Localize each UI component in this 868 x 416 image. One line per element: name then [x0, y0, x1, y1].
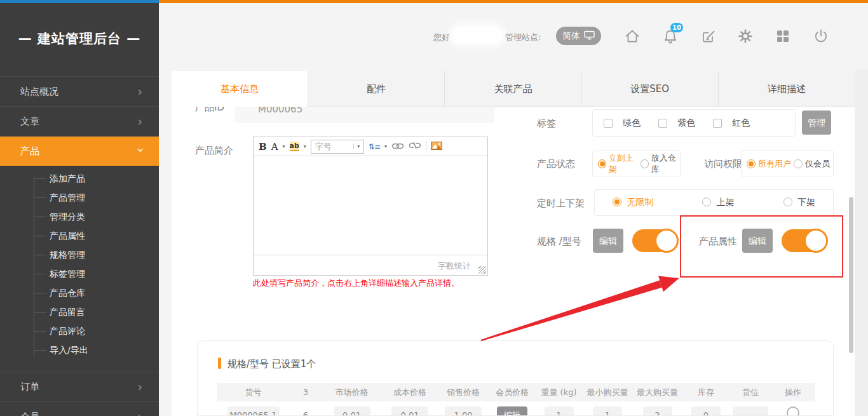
- market-price-field[interactable]: 0.01: [334, 406, 370, 416]
- checkbox-green[interactable]: [604, 119, 613, 128]
- location-field[interactable]: [733, 406, 768, 416]
- rich-text-editor: B A ▾ ab ▾ 字号 ▾ ⇅≡ ▾: [253, 137, 488, 276]
- spec-model-label: 规格 /型号: [537, 236, 581, 248]
- product-intro-label: 产品简介: [195, 145, 233, 157]
- cost-price-field[interactable]: 0.01: [391, 406, 428, 416]
- sidebar-item-articles[interactable]: 文章 ›: [0, 106, 159, 136]
- highlight-caret-icon[interactable]: ▾: [304, 144, 306, 149]
- submenu-item-tag-manage[interactable]: 标签管理: [0, 264, 159, 283]
- gear-icon[interactable]: [736, 27, 754, 45]
- row-action-icon[interactable]: [787, 406, 799, 416]
- radio-shelf-down[interactable]: [783, 198, 792, 206]
- editor-toolbar: B A ▾ ab ▾ 字号 ▾ ⇅≡ ▾: [254, 137, 487, 156]
- submenu-item-spec-manage[interactable]: 规格管理: [0, 245, 159, 264]
- notification-badge: 10: [670, 23, 683, 32]
- product-status-box: 立刻上架 放入仓库: [592, 151, 681, 177]
- radio-shelf-up[interactable]: [702, 198, 711, 206]
- tags-label: 标签: [537, 117, 556, 130]
- editor-body[interactable]: [254, 156, 487, 255]
- tag-option-green: 绿色: [623, 117, 641, 129]
- font-size-select[interactable]: 字号 ▾: [311, 140, 364, 154]
- compose-icon[interactable]: [700, 27, 717, 45]
- tab-detail-desc[interactable]: 详细描述: [718, 71, 855, 107]
- admin-page: — 建站管理后台 — 站点概况 › 文章 › 产品 › 添加产品 产品管理 管理…: [0, 0, 868, 416]
- unlink-icon[interactable]: [409, 140, 421, 152]
- image-icon[interactable]: [431, 140, 442, 152]
- spec-section-card: 规格/型号 已设置1个 货号 3 市场价格 成本价格 销售价格 会员价格 重量 …: [197, 340, 834, 416]
- bell-icon[interactable]: 10: [661, 27, 679, 45]
- resize-grip[interactable]: [478, 266, 486, 274]
- sidebar-item-products[interactable]: 产品 ›: [0, 136, 159, 166]
- submenu-item-messages[interactable]: 产品留言: [0, 302, 159, 321]
- toggle-knob: [654, 229, 679, 253]
- line-height-caret-icon[interactable]: ▾: [384, 144, 387, 149]
- col-weight: 重量 (kg): [536, 383, 582, 401]
- annotation-rectangle: [680, 215, 843, 278]
- font-size-caret-icon: ▾: [353, 144, 363, 149]
- radio-on-shelf[interactable]: [598, 159, 606, 168]
- redacted-username: [452, 27, 502, 43]
- chevron-right-icon: ›: [137, 372, 142, 402]
- tab-basic-info[interactable]: 基本信息: [172, 71, 308, 107]
- checkbox-purple[interactable]: [658, 119, 667, 128]
- min-buy-field[interactable]: 1: [593, 406, 622, 416]
- col-item-no: 货号: [217, 383, 290, 401]
- tag-option-red: 红色: [732, 117, 750, 129]
- sidebar-item-orders[interactable]: 订单 ›: [0, 372, 159, 401]
- submenu-item-reviews[interactable]: 产品评论: [0, 321, 159, 340]
- manage-tags-button[interactable]: 管理: [802, 111, 831, 135]
- home-icon[interactable]: [623, 27, 641, 45]
- col-min-buy: 最小购买量: [582, 383, 633, 401]
- tags-box: 绿色 紫色 红色: [592, 109, 796, 137]
- item-no-field[interactable]: M000065-1: [227, 406, 280, 416]
- product-status-label: 产品状态: [537, 158, 575, 170]
- submenu-item-warehouse[interactable]: 产品仓库: [0, 283, 159, 302]
- spec-table-row: M000065-1 6 0.01 0.01 1.00 编辑 1 1 2 0: [217, 406, 815, 416]
- tab-accessories[interactable]: 配件: [308, 71, 444, 107]
- tab-related-products[interactable]: 关联产品: [444, 71, 581, 107]
- col-market-price: 市场价格: [322, 383, 382, 401]
- member-price-edit-button[interactable]: 编辑: [497, 406, 527, 416]
- submenu-item-category-manage[interactable]: 管理分类: [0, 207, 159, 226]
- power-icon[interactable]: [812, 27, 830, 45]
- line-height-icon[interactable]: ⇅≡: [369, 142, 380, 151]
- schedule-option-up: 上架: [702, 197, 734, 208]
- tab-seo[interactable]: 设置SEO: [581, 71, 718, 107]
- stock-field[interactable]: 0: [691, 406, 721, 416]
- status-option-warehouse: 放入仓库: [651, 152, 681, 175]
- bold-icon[interactable]: B: [259, 141, 267, 152]
- link-icon[interactable]: [391, 140, 404, 152]
- submenu-item-add-product[interactable]: 添加产品: [0, 169, 159, 188]
- scrollbar-thumb[interactable]: [849, 197, 853, 353]
- radio-all-users[interactable]: [747, 159, 756, 168]
- sale-price-field[interactable]: 1.00: [445, 406, 482, 416]
- tag-option-purple: 紫色: [677, 117, 695, 129]
- spec-edit-button[interactable]: 编辑: [593, 229, 623, 253]
- sidebar-item-label: 会员: [20, 411, 39, 416]
- spec-table-header: 货号 3 市场价格 成本价格 销售价格 会员价格 重量 (kg) 最小购买量 最…: [217, 383, 815, 401]
- highlight-icon[interactable]: ab: [290, 142, 299, 151]
- language-switch-button[interactable]: 简体: [556, 27, 601, 45]
- apps-icon[interactable]: [774, 27, 792, 45]
- col-cost-price: 成本价格: [382, 383, 438, 401]
- chevron-right-icon: ›: [137, 77, 142, 107]
- sidebar-item-site-overview[interactable]: 站点概况 ›: [0, 76, 159, 106]
- weight-field[interactable]: 1: [545, 406, 574, 416]
- radio-to-warehouse[interactable]: [641, 159, 649, 168]
- submenu-item-product-manage[interactable]: 产品管理: [0, 188, 159, 207]
- chevron-right-icon: ›: [137, 402, 142, 416]
- radio-members-only[interactable]: [794, 159, 803, 168]
- tab-bar: 基本信息 配件 关联产品 设置SEO 详细描述: [172, 71, 855, 107]
- checkbox-red[interactable]: [713, 119, 722, 128]
- toolbar-divider: [426, 141, 426, 152]
- radio-unlimited[interactable]: [613, 198, 621, 206]
- sidebar: — 建站管理后台 — 站点概况 › 文章 › 产品 › 添加产品 产品管理 管理…: [0, 3, 159, 416]
- font-color-caret-icon[interactable]: ▾: [283, 144, 285, 149]
- font-color-icon[interactable]: A: [271, 141, 278, 152]
- language-label: 简体: [562, 30, 580, 42]
- spec-toggle-switch[interactable]: [632, 229, 677, 252]
- max-buy-field[interactable]: 2: [643, 406, 672, 416]
- sidebar-item-members[interactable]: 会员 ›: [0, 401, 159, 416]
- submenu-item-import-export[interactable]: 导入/导出: [0, 340, 159, 359]
- submenu-item-product-attr[interactable]: 产品属性: [0, 226, 159, 245]
